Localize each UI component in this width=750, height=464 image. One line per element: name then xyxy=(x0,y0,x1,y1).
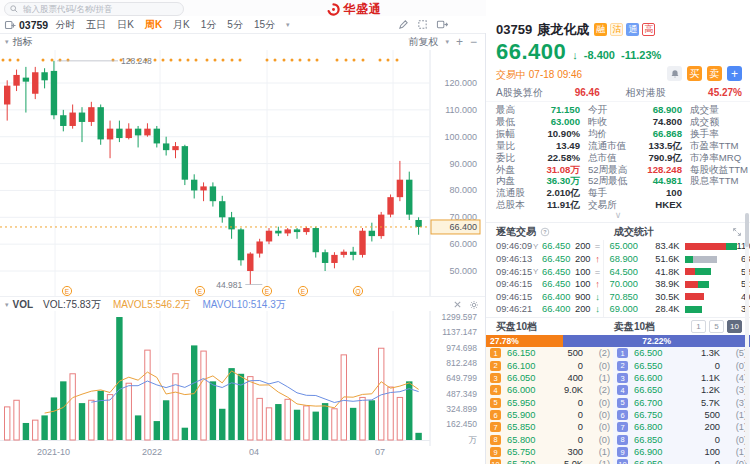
expand-stats-icon[interactable] xyxy=(732,227,742,237)
volume-bar-down xyxy=(313,412,319,440)
bid-level-row[interactable]: 665.9000(0) xyxy=(486,409,613,421)
draw-pencil-icon[interactable] xyxy=(398,19,409,30)
stat-label: 最高 xyxy=(496,104,538,116)
ask-level-row[interactable]: 566.7005.7K(3) xyxy=(613,397,750,409)
bid-level-row[interactable]: 965.750300(1) xyxy=(486,446,613,458)
ask-level-row[interactable]: 866.8500(0) xyxy=(613,434,750,446)
ask-level-row[interactable]: 966.900100(1) xyxy=(613,446,750,458)
distribution-row[interactable]: 69.00028.4K3.74% xyxy=(610,303,750,316)
stat-label: 成交量 xyxy=(690,104,750,116)
stat-value: HKEX xyxy=(644,199,690,211)
volume-chart[interactable]: 1299.5971137.147974.698812.248649.799487… xyxy=(0,311,485,446)
distribution-row[interactable]: 68.90051.6K6.80% xyxy=(610,253,750,266)
tab-period-5[interactable]: 1分 xyxy=(201,19,217,30)
search-input[interactable] xyxy=(21,3,165,15)
tab-period-0[interactable]: 分时 xyxy=(55,19,75,30)
ask-level-row[interactable]: 1066.9500(0) xyxy=(613,458,750,464)
current-price-tag-label: 66.400 xyxy=(449,222,477,232)
scrollbar[interactable] xyxy=(745,213,749,463)
sell-button[interactable]: 卖 xyxy=(707,66,722,81)
level-button-5[interactable]: 5 xyxy=(709,320,724,333)
stat-label: 市盈率TTM xyxy=(690,140,750,152)
candlestick-chart[interactable]: 120.000110.000100.00090.00080.00070.0006… xyxy=(0,50,485,296)
tab-period-3[interactable]: 周K xyxy=(145,19,162,30)
scrollbar-thumb[interactable] xyxy=(745,213,749,247)
trade-distribution-list[interactable]: 65.00083.4K11.00%68.90051.6K6.80%64.5004… xyxy=(603,240,750,317)
volume-header: ▾ VOL VOL:75.83万 MAVOL5:546.2万 MAVOL10:5… xyxy=(0,296,485,312)
tab-period-1[interactable]: 五日 xyxy=(86,19,106,30)
vol-pane-controls xyxy=(453,300,479,310)
event-dot xyxy=(42,59,45,62)
buy-button[interactable]: 买 xyxy=(687,66,702,81)
ask-level-row[interactable]: 166.5001.3K(5) xyxy=(613,347,750,359)
zoom-in-button[interactable]: + xyxy=(456,35,463,49)
candle-body xyxy=(4,86,10,105)
tick-row[interactable]: 09:46:15Y66.450100= xyxy=(496,265,603,278)
event-dot xyxy=(283,59,286,62)
tick-row[interactable]: 09:46:1566.450100↑ xyxy=(496,278,603,291)
distribution-row[interactable]: 70.85030.5K4.02% xyxy=(610,291,750,304)
ask-volume: 0 xyxy=(674,361,725,371)
bid-level-row[interactable]: 166.150500(2) xyxy=(486,347,613,359)
volume-axis-unit: 万 xyxy=(469,435,478,445)
search-box[interactable] xyxy=(4,2,184,16)
collapse-indicator-caret-icon[interactable]: ▾ xyxy=(5,38,9,46)
bid-order-count: (0) xyxy=(588,435,610,445)
ask-level-row[interactable]: 266.5500(0) xyxy=(613,360,750,372)
distribution-row[interactable]: 65.00083.4K11.00% xyxy=(610,240,750,253)
level-number-badge: 9 xyxy=(617,447,628,457)
zoom-out-button[interactable]: − xyxy=(470,35,477,49)
bid-level-row[interactable]: 1065.7005.0K(1) xyxy=(486,458,613,464)
dist-volume: 83.4K xyxy=(646,241,680,251)
help-icon[interactable]: ? xyxy=(540,227,550,237)
tab-period-6[interactable]: 5分 xyxy=(227,19,243,30)
bid-level-row[interactable]: 565.9500(0) xyxy=(486,397,613,409)
volume-axis-label: 487.349 xyxy=(446,389,477,399)
distribution-row[interactable]: 70.00038.9K5.13% xyxy=(610,278,750,291)
bid-ask-ratio-bar: 27.78% 72.22% xyxy=(486,335,750,347)
vol-title[interactable]: VOL xyxy=(13,299,34,310)
distribution-row[interactable]: 64.50041.8K5.51% xyxy=(610,265,750,278)
bid-order-count: (1) xyxy=(588,447,610,457)
bid-price: 65.700 xyxy=(507,459,547,464)
bid-level-row[interactable]: 466.0009.0K(2) xyxy=(486,384,613,396)
tick-row[interactable]: 09:46:2166.400200↓ xyxy=(496,303,603,316)
tab-period-2[interactable]: 日K xyxy=(117,19,134,30)
candle-body xyxy=(359,231,365,255)
close-vol-pane-icon[interactable] xyxy=(453,300,462,309)
add-watchlist-button[interactable]: + xyxy=(727,66,742,81)
tab-period-7[interactable]: 15分 xyxy=(254,19,275,30)
tick-row[interactable]: 09:46:09Y66.450200= xyxy=(496,240,603,253)
tick-trade-list[interactable]: 09:46:09Y66.450200=09:46:1366.450200↑09:… xyxy=(496,240,603,317)
adjust-mode-dropdown[interactable]: 前复权 xyxy=(408,35,438,49)
stock-code-tab[interactable]: 03759 xyxy=(19,19,48,31)
tab-period-4[interactable]: 月K xyxy=(173,19,190,30)
level-button-10[interactable]: 10 xyxy=(727,320,742,333)
bid-level-row[interactable]: 366.050400(1) xyxy=(486,372,613,384)
tick-row[interactable]: 09:46:1566.400900↓ xyxy=(496,291,603,304)
ask-level-row[interactable]: 466.6501.2K(3) xyxy=(613,384,750,396)
bid-level-row[interactable]: 865.8000(0) xyxy=(486,434,613,446)
stock-header: 03759 康龙化成 融沽通高 xyxy=(486,20,750,39)
candle-body xyxy=(69,113,75,126)
alert-bell-icon[interactable] xyxy=(667,66,682,81)
bid-level-row[interactable]: 765.8500(0) xyxy=(486,421,613,433)
expand-stats-chevron-icon[interactable]: ∨ xyxy=(486,211,750,223)
panel-add-icon[interactable] xyxy=(4,19,16,31)
indicator-label[interactable]: 指标 xyxy=(13,35,33,49)
fullscreen-chart-icon[interactable] xyxy=(417,19,428,30)
bid-volume: 0 xyxy=(547,422,588,432)
tick-direction-icon: ↑ xyxy=(593,279,603,289)
tick-row[interactable]: 09:46:1366.450200↑ xyxy=(496,253,603,266)
more-periods-caret-icon[interactable]: ▾ xyxy=(286,21,290,29)
vol-settings-gear-icon[interactable] xyxy=(469,300,479,310)
bid-level-row[interactable]: 266.1000(0) xyxy=(486,360,613,372)
ask-level-row[interactable]: 666.750500(1) xyxy=(613,409,750,421)
collapse-vol-caret-icon[interactable]: ▾ xyxy=(5,301,9,309)
relative-hk-label: 相对港股 xyxy=(626,86,666,100)
ask-level-row[interactable]: 766.800200(1) xyxy=(613,421,750,433)
level-button-1[interactable]: 1 xyxy=(691,320,706,333)
ask-level-row[interactable]: 366.6001.1K(4) xyxy=(613,372,750,384)
pop-out-panel-icon[interactable] xyxy=(436,19,448,30)
adjust-caret-icon[interactable]: ▾ xyxy=(445,38,449,46)
